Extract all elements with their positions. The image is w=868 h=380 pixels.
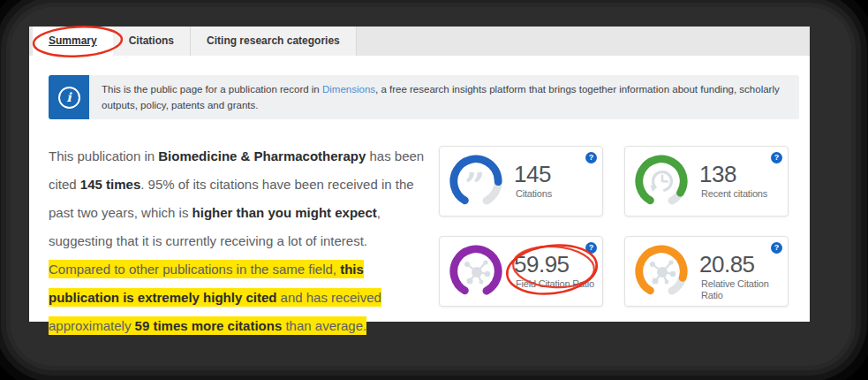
text-segment: Compared to other publications in the sa… [49,260,340,278]
metric-value: 20.85 [699,251,755,278]
clock-history-icon [646,165,678,197]
help-icon[interactable]: ? [771,152,782,163]
screenshot-canvas: Summary Citations Citing research catego… [0,0,868,380]
help-icon[interactable]: ? [771,242,782,254]
metric-label: Citations [516,188,600,200]
tab-citing-research-categories-label: Citing research categories [207,34,340,47]
metric-label: Field Citation Ratio [516,278,600,290]
tab-summary-label: Summary [49,34,97,47]
citation-network-icon [461,255,493,287]
journal-name: Biomedicine & Pharmacotherapy [158,148,366,163]
summary-text: This publication in Biomedicine & Pharma… [49,142,430,340]
metric-value: 59.95 [514,251,570,278]
info-banner: i This is the public page for a publicat… [49,75,799,119]
text-segment: than average. [282,316,366,335]
metric-label: Recent citations [701,188,786,200]
info-banner-text: This is the public page for a publicatio… [89,75,799,119]
quotation-marks-icon: ” [464,168,483,203]
tab-bar: Summary Citations Citing research catego… [29,27,810,56]
tab-summary[interactable]: Summary [33,27,113,56]
metric-card-field-citation-ratio: 59.95 Field Citation Ratio ? [439,236,603,307]
metric-value: 145 [514,161,551,188]
text-segment-bold: higher than you might expect [192,205,377,220]
banner-text-before: This is the public page for a publicatio… [102,84,322,95]
metric-label: Relative Citation Ratio [701,278,786,301]
summary-paragraph-2-highlighted: Compared to other publications in the sa… [49,255,430,340]
tab-citing-research-categories[interactable]: Citing research categories [191,27,357,56]
tab-citations[interactable]: Citations [113,27,191,56]
help-icon[interactable]: ? [585,152,597,163]
info-icon-glyph: i [58,87,80,109]
metric-card-citations: ” 145 Citations ? [439,146,603,217]
info-icon: i [49,75,89,119]
text-segment-bold: 59 times more citations [135,318,283,333]
citation-count-text: 145 times [80,177,140,192]
summary-paragraph-1: This publication in Biomedicine & Pharma… [49,142,430,255]
tab-citations-label: Citations [129,34,174,47]
publication-summary-page: Summary Citations Citing research catego… [29,27,810,322]
dimensions-link[interactable]: Dimensions [322,84,375,95]
metrics-grid: ” 145 Citations ? 138 Recent citations ? [439,146,789,307]
metric-card-recent-citations: 138 Recent citations ? [624,146,789,217]
metric-card-relative-citation-ratio: 20.85 Relative Citation Ratio ? [624,236,789,307]
help-icon[interactable]: ? [585,242,597,254]
text-segment: This publication in [49,148,158,163]
metric-value: 138 [699,161,736,188]
citation-network-icon [646,255,678,287]
